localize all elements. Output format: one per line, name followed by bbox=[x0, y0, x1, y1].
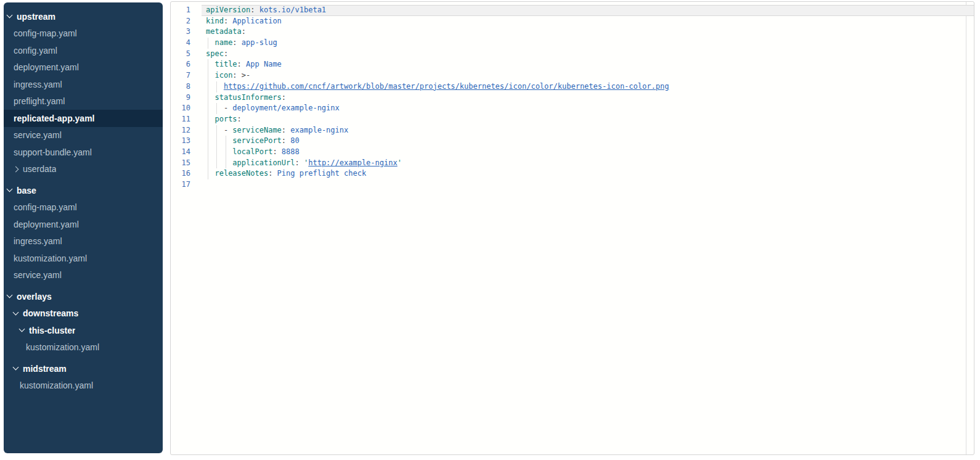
code-line-content[interactable]: name: app-slug bbox=[202, 38, 974, 49]
token-key: statusInformers bbox=[214, 93, 281, 102]
tree-file-ingress.yaml[interactable]: ingress.yaml bbox=[4, 233, 163, 250]
tree-item-label: midstream bbox=[23, 364, 67, 374]
code-line: 4name: app-slug bbox=[171, 38, 974, 49]
code-line: 17 bbox=[171, 179, 974, 191]
code-line-content[interactable]: metadata: bbox=[202, 27, 974, 38]
line-number: 7 bbox=[171, 70, 202, 81]
code-editor[interactable]: 1apiVersion: kots.io/v1beta12kind: Appli… bbox=[170, 1, 974, 455]
code-line: 12- serviceName: example-nginx bbox=[171, 125, 974, 136]
tree-file-config-map.yaml[interactable]: config-map.yaml bbox=[4, 25, 163, 43]
tree-item-label: downstreams bbox=[23, 308, 78, 318]
code-line-content[interactable]: spec: bbox=[202, 49, 974, 60]
token-val: 80 bbox=[286, 136, 300, 145]
tree-file-service.yaml[interactable]: service.yaml bbox=[4, 267, 163, 284]
url-link[interactable]: https://github.com/cncf/artwork/blob/mas… bbox=[224, 82, 669, 91]
token-val: Application bbox=[228, 17, 282, 25]
line-number: 11 bbox=[171, 114, 202, 125]
code-line-content[interactable]: kind: Application bbox=[202, 16, 974, 27]
code-line-content[interactable]: applicationUrl: 'http://example-nginx' bbox=[202, 158, 974, 169]
token-val: App Name bbox=[242, 60, 282, 68]
tree-file-service.yaml[interactable]: service.yaml bbox=[4, 127, 163, 144]
code-line: 1apiVersion: kots.io/v1beta1 bbox=[171, 5, 974, 16]
token-key: serviceName bbox=[232, 126, 281, 134]
tree-folder-overlays[interactable]: overlays bbox=[4, 288, 163, 305]
chevron-down-icon bbox=[13, 364, 19, 371]
indent-guide bbox=[206, 114, 214, 125]
line-number: 2 bbox=[171, 16, 202, 27]
tree-item-label: replicated-app.yaml bbox=[14, 113, 95, 123]
tree-file-preflight.yaml[interactable]: preflight.yaml bbox=[4, 93, 163, 110]
tree-item-label: ingress.yaml bbox=[14, 80, 62, 89]
line-number: 3 bbox=[171, 27, 202, 38]
token-key: ports bbox=[214, 115, 237, 123]
tree-file-kustomization.yaml[interactable]: kustomization.yaml bbox=[4, 250, 163, 267]
tree-file-replicated-app.yaml[interactable]: replicated-app.yaml bbox=[4, 110, 163, 127]
tree-file-config-map.yaml[interactable]: config-map.yaml bbox=[4, 199, 163, 216]
code-line: 16releaseNotes: Ping preflight check bbox=[171, 168, 974, 179]
chevron-down-icon bbox=[19, 326, 25, 332]
indent-guide bbox=[224, 158, 232, 169]
line-number: 17 bbox=[171, 179, 202, 191]
chevron-down-icon bbox=[7, 12, 13, 18]
indent-guide bbox=[206, 70, 214, 81]
line-number: 13 bbox=[171, 136, 202, 147]
tree-folder-midstream[interactable]: midstream bbox=[4, 360, 163, 377]
line-number: 5 bbox=[171, 49, 202, 60]
code-line: 3metadata: bbox=[171, 27, 974, 38]
code-line: 5spec: bbox=[171, 49, 974, 60]
indent-guide bbox=[206, 158, 214, 169]
code-line-content[interactable]: - deployment/example-nginx bbox=[202, 103, 974, 114]
code-line-content[interactable]: - serviceName: example-nginx bbox=[202, 125, 974, 136]
tree-folder-downstreams[interactable]: downstreams bbox=[4, 305, 163, 322]
indent-guide bbox=[206, 38, 214, 49]
code-line-content[interactable]: title: App Name bbox=[202, 59, 974, 70]
tree-folder-this-cluster[interactable]: this-cluster bbox=[4, 322, 163, 339]
tree-item-label: support-bundle.yaml bbox=[14, 147, 92, 157]
chevron-down-icon bbox=[7, 292, 13, 298]
tree-file-deployment.yaml[interactable]: deployment.yaml bbox=[4, 59, 163, 76]
tree-file-support-bundle.yaml[interactable]: support-bundle.yaml bbox=[4, 144, 163, 161]
line-number: 10 bbox=[171, 103, 202, 114]
indent-guide bbox=[206, 168, 214, 179]
code-line-content[interactable] bbox=[202, 179, 974, 191]
indent-guide bbox=[206, 147, 214, 158]
token-val: 8888 bbox=[277, 147, 300, 156]
token-key: name bbox=[214, 38, 232, 47]
code-line-content[interactable]: https://github.com/cncf/artwork/blob/mas… bbox=[202, 81, 974, 92]
token-key: title bbox=[214, 60, 237, 68]
file-tree-sidebar: upstreamconfig-map.yamlconfig.yamldeploy… bbox=[4, 2, 163, 453]
token-key: applicationUrl bbox=[232, 158, 295, 167]
code-line-content[interactable]: apiVersion: kots.io/v1beta1 bbox=[202, 5, 974, 16]
tree-item-label: deployment.yaml bbox=[14, 220, 79, 229]
token-p: : bbox=[237, 60, 242, 68]
tree-item-label: service.yaml bbox=[14, 130, 62, 140]
tree-item-label: base bbox=[17, 186, 36, 195]
line-number: 1 bbox=[171, 5, 202, 16]
tree-folder-userdata[interactable]: userdata bbox=[4, 161, 163, 178]
code-line-content[interactable]: servicePort: 80 bbox=[202, 136, 974, 147]
tree-file-kustomization.yaml[interactable]: kustomization.yaml bbox=[4, 339, 163, 356]
tree-file-config.yaml[interactable]: config.yaml bbox=[4, 42, 163, 59]
url-link[interactable]: http://example-nginx bbox=[308, 158, 398, 167]
token-key: kind bbox=[206, 17, 224, 25]
code-line-content[interactable]: ports: bbox=[202, 114, 974, 125]
indent-guide bbox=[214, 103, 223, 114]
indent-guide bbox=[206, 59, 214, 70]
token-key: localPort bbox=[232, 147, 272, 156]
code-line-content[interactable]: statusInformers: bbox=[202, 92, 974, 104]
tree-file-kustomization.yaml[interactable]: kustomization.yaml bbox=[4, 377, 163, 395]
code-line: 7icon: >- bbox=[171, 70, 974, 81]
tree-folder-upstream[interactable]: upstream bbox=[4, 8, 163, 25]
code-line-content[interactable]: localPort: 8888 bbox=[202, 147, 974, 158]
code-line-content[interactable]: icon: >- bbox=[202, 70, 974, 81]
line-number: 6 bbox=[171, 59, 202, 70]
token-key: releaseNotes bbox=[214, 169, 268, 178]
tree-folder-base[interactable]: base bbox=[4, 182, 163, 199]
token-val: example-nginx bbox=[286, 126, 348, 134]
line-number: 8 bbox=[171, 81, 202, 92]
tree-file-ingress.yaml[interactable]: ingress.yaml bbox=[4, 76, 163, 93]
token-key: metadata bbox=[206, 27, 242, 36]
code-line-content[interactable]: releaseNotes: Ping preflight check bbox=[202, 168, 974, 179]
tree-file-deployment.yaml[interactable]: deployment.yaml bbox=[4, 216, 163, 233]
code-line: 11ports: bbox=[171, 114, 974, 125]
